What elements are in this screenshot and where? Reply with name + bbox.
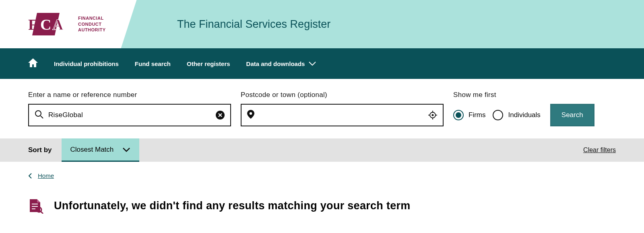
nav-item-other-registers[interactable]: Other registers (187, 60, 230, 67)
search-icon (35, 110, 43, 120)
nav-label: Data and downloads (246, 60, 305, 67)
postcode-search-group: Postcode or town (optional) (241, 91, 444, 126)
fca-logo[interactable]: F C A FINANCIAL CONDUCT AUTHORITY (28, 13, 106, 35)
sort-left: Sort by Closest Match (28, 138, 139, 162)
nav-item-prohibitions[interactable]: Individual prohibitions (54, 60, 119, 67)
postcode-label: Postcode or town (optional) (241, 91, 444, 99)
logo-line2: CONDUCT (78, 21, 106, 27)
radio-individuals[interactable]: Individuals (493, 110, 540, 120)
sort-bar: Sort by Closest Match Clear filters (0, 138, 644, 162)
postcode-input[interactable] (259, 111, 423, 119)
chevron-left-icon (28, 173, 32, 179)
breadcrumb: Home (0, 162, 644, 183)
close-icon (216, 111, 225, 120)
no-results-heading: Unfortunately, we didn't find any result… (54, 200, 411, 212)
results-block: Unfortunately, we didn't find any result… (0, 183, 644, 222)
nav-label: Individual prohibitions (54, 60, 119, 67)
clear-filters-link[interactable]: Clear filters (583, 146, 616, 154)
sort-label: Sort by (28, 146, 52, 154)
radio-firms[interactable]: Firms (453, 110, 485, 120)
nav-label: Other registers (187, 60, 230, 67)
svg-text:A: A (52, 16, 64, 33)
postcode-input-wrap[interactable] (241, 104, 444, 126)
home-icon (28, 58, 38, 67)
svg-point-4 (35, 111, 41, 116)
sort-select[interactable]: Closest Match (62, 138, 140, 162)
radio-label-individuals: Individuals (508, 111, 540, 119)
svg-line-5 (41, 116, 43, 118)
logo-text: FINANCIAL CONDUCT AUTHORITY (78, 15, 106, 33)
name-input-wrap[interactable] (28, 104, 231, 126)
locate-button[interactable] (428, 111, 437, 120)
radio-indicator (453, 110, 464, 120)
chevron-down-icon (309, 62, 316, 66)
title-area: The Financial Services Register (153, 0, 644, 48)
logo-line3: AUTHORITY (78, 27, 106, 33)
svg-point-9 (250, 112, 252, 115)
no-results-icon (28, 198, 43, 214)
main-nav: Individual prohibitions Fund search Othe… (0, 48, 644, 79)
show-first-label: Show me first (453, 91, 541, 99)
search-button[interactable]: Search (550, 104, 594, 126)
search-row: Enter a name or reference number Postcod… (0, 79, 644, 138)
logo-area: F C A FINANCIAL CONDUCT AUTHORITY (0, 0, 153, 48)
fca-logo-icon: F C A (28, 13, 72, 35)
header: F C A FINANCIAL CONDUCT AUTHORITY The Fi… (0, 0, 644, 48)
nav-item-data-downloads[interactable]: Data and downloads (246, 60, 316, 67)
radio-group: Firms Individuals (453, 104, 541, 126)
svg-text:C: C (40, 16, 51, 33)
name-input[interactable] (48, 111, 211, 119)
radio-label-firms: Firms (469, 111, 485, 119)
svg-point-11 (432, 114, 433, 115)
logo-line1: FINANCIAL (78, 15, 106, 21)
nav-home[interactable] (28, 58, 38, 69)
nav-item-fund-search[interactable]: Fund search (135, 60, 171, 67)
name-label: Enter a name or reference number (28, 91, 231, 99)
clear-input-button[interactable] (216, 111, 225, 120)
chevron-down-icon (122, 147, 130, 152)
svg-text:F: F (28, 16, 37, 33)
page-title: The Financial Services Register (177, 18, 330, 31)
breadcrumb-home[interactable]: Home (38, 172, 54, 179)
name-search-group: Enter a name or reference number (28, 91, 231, 126)
locate-icon (428, 111, 437, 120)
pin-icon (247, 110, 254, 120)
sort-selected-value: Closest Match (70, 146, 114, 154)
nav-label: Fund search (135, 60, 171, 67)
radio-indicator (493, 110, 503, 120)
show-first-group: Show me first Firms Individuals (453, 91, 541, 126)
svg-line-20 (41, 211, 43, 214)
